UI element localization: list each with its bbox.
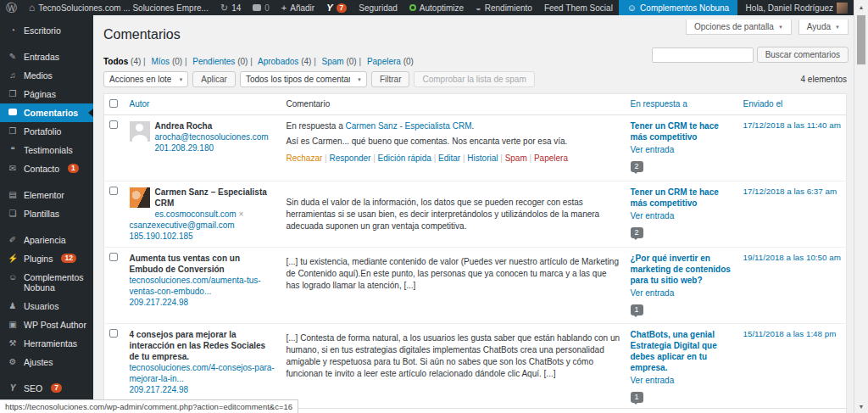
row-checkbox[interactable] xyxy=(109,187,118,195)
yoast-menu[interactable]: Y 7 xyxy=(320,0,353,15)
filter-mios[interactable]: Míos (0) xyxy=(151,57,188,66)
sidebar-item-escritorio[interactable]: ◔ Escritorio xyxy=(0,21,93,40)
post-title-link[interactable]: ¿Por qué invertir en marketing de conten… xyxy=(631,253,733,286)
reply-link[interactable]: Responder xyxy=(329,153,377,163)
scroll-down-button[interactable]: ▼ xyxy=(854,399,868,413)
sidebar-item-plantillas[interactable]: ❏ Plantillas xyxy=(0,204,93,223)
sidebar-item-plugins[interactable]: ⚡ Plugins 12 xyxy=(0,249,93,268)
column-header-en-respuesta-a[interactable]: En respuesta a xyxy=(631,99,687,109)
view-post-link[interactable]: Ver entrada xyxy=(631,376,733,386)
updates-menu[interactable]: ↻ 14 xyxy=(214,0,247,15)
filter-papelera[interactable]: Papelera (0) xyxy=(367,57,414,66)
screen-options-button[interactable]: Opciones de pantalla ▼ xyxy=(686,20,792,35)
author-ip-link[interactable]: 185.190.102.185 xyxy=(130,231,276,242)
sidebar-item-comentarios[interactable]: Comentarios xyxy=(0,103,93,122)
column-header-autor[interactable]: Autor xyxy=(130,99,150,109)
sidebar-item-complementos-nobuna[interactable]: ☺ Complementos Nobuna xyxy=(0,268,93,297)
nobuna-menu[interactable]: ☺ Complementos Nobuna xyxy=(619,0,737,15)
sidebar-item-elementor[interactable]: ▤ Elementor xyxy=(0,186,93,204)
autoptimize-menu[interactable]: Autoptimize xyxy=(403,0,470,15)
site-menu[interactable]: ⌂ TecnoSoluciones.com ... Soluciones Emp… xyxy=(23,0,214,15)
filter-button[interactable]: Filtrar xyxy=(371,71,410,87)
sidebar-item-usuarios[interactable]: ♟ Usuarios xyxy=(0,297,93,315)
trash-link[interactable]: Papelera xyxy=(534,153,568,163)
sidebar-item-contacto[interactable]: ✉ Contacto 1 xyxy=(0,159,93,178)
comment-count-bubble[interactable]: 1 xyxy=(631,304,643,315)
unapprove-link[interactable]: Rechazar xyxy=(287,153,330,163)
submitted-date-link[interactable]: 17/12/2018 a las 6:37 am xyxy=(743,187,837,196)
sidebar-item-medios[interactable]: ♫ Medios xyxy=(0,66,93,85)
autoptimize-icon xyxy=(409,4,416,11)
post-title-link[interactable]: Tener un CRM te hace más competitivo xyxy=(631,187,733,209)
row-checkbox[interactable] xyxy=(109,120,118,129)
user-icon: ♟ xyxy=(8,301,18,311)
filter-pendientes[interactable]: Pendientes (0) xyxy=(192,57,253,66)
comment-count-bubble[interactable]: 2 xyxy=(631,161,643,172)
parent-comment-link[interactable]: Carmen Sanz - Especialista CRM xyxy=(346,121,472,131)
author-site-link[interactable]: es.cosmoconsult.com × xyxy=(130,209,276,220)
check-spam-button[interactable]: Comprobar la lista de spam xyxy=(414,71,534,87)
wordpress-menu[interactable]: Ⓦ xyxy=(0,0,23,15)
comment-type-select[interactable]: Todos los tipos de comentar ▼ xyxy=(240,71,367,87)
help-button[interactable]: Ayuda ▼ xyxy=(798,20,849,35)
row-checkbox[interactable] xyxy=(109,253,118,261)
feed-them-social-menu[interactable]: Feed Them Social xyxy=(538,0,619,15)
column-footer-comentario: Comentario xyxy=(281,409,626,413)
bulk-actions-select[interactable]: Acciones en lote ▼ xyxy=(103,71,188,87)
filter-spam[interactable]: Spam (0) xyxy=(322,57,364,66)
security-menu[interactable]: Seguridad xyxy=(353,0,403,15)
column-header-enviado-el[interactable]: Enviado el xyxy=(743,99,783,109)
vertical-scrollbar[interactable]: ▲ ▼ xyxy=(854,0,868,413)
spam-link[interactable]: Spam xyxy=(505,153,534,163)
author-site-link[interactable]: tecnosoluciones.com/4-consejos-para-mejo… xyxy=(130,362,276,384)
post-title-link[interactable]: Tener un CRM te hace más competitivo xyxy=(631,120,733,142)
author-ip-link[interactable]: 209.217.224.98 xyxy=(130,297,276,308)
author-ip-link[interactable]: 201.208.29.180 xyxy=(130,142,276,153)
sidebar-item-seo[interactable]: Y SEO 7 xyxy=(0,379,93,398)
comments-menu[interactable]: 0 xyxy=(247,0,275,15)
sidebar-item-testimonials[interactable]: ❝ Testimonials xyxy=(0,141,93,159)
sidebar-item-portafolio[interactable]: ❒ Portafolio xyxy=(0,122,93,141)
add-new-menu[interactable]: + Añadir xyxy=(275,0,320,15)
speedometer-icon: ◒ xyxy=(476,3,481,13)
author-email-link[interactable]: csanzexecutive@gmail.com xyxy=(130,220,276,231)
search-comments-button[interactable]: Buscar comentarios xyxy=(757,47,849,63)
comment-count-bubble[interactable]: 1 xyxy=(631,392,643,403)
author-ip-link[interactable]: 209.217.224.98 xyxy=(130,384,276,395)
author-email-link[interactable]: arocha@tecnosoluciones.com xyxy=(130,131,276,142)
avatar xyxy=(130,187,150,208)
sidebar-item-wp-post-author[interactable]: ▣ WP Post Author xyxy=(0,315,93,334)
quick-edit-link[interactable]: Edición rápida xyxy=(378,153,439,163)
filter-todos[interactable]: Todos (4) xyxy=(103,57,147,66)
sidebar-item-label: Ajustes xyxy=(24,357,53,367)
updates-icon: ↻ xyxy=(220,3,228,13)
post-title-link[interactable]: ChatBots, una genial Estrategia Digital … xyxy=(631,329,733,373)
view-post-link[interactable]: Ver entrada xyxy=(631,211,733,221)
scrollbar-thumb[interactable] xyxy=(857,15,865,64)
sidebar-item-paginas[interactable]: ❐ Páginas xyxy=(0,85,93,103)
row-checkbox[interactable] xyxy=(109,329,118,338)
select-all-checkbox[interactable] xyxy=(109,99,118,108)
submitted-date-link[interactable]: 17/12/2018 a las 11:40 am xyxy=(743,120,841,130)
sidebar-item-label: Medios xyxy=(24,70,53,81)
sidebar-item-apariencia[interactable]: ✐ Apariencia xyxy=(0,231,93,249)
performance-menu[interactable]: ◒ Rendimiento xyxy=(470,0,538,15)
history-link[interactable]: Historial xyxy=(467,153,504,163)
unlink-x-icon[interactable]: × xyxy=(238,209,243,219)
comment-count-bubble[interactable]: 2 xyxy=(631,227,643,238)
author-site-link[interactable]: tecnosoluciones.com/aumenta-tus-ventas-c… xyxy=(130,275,276,297)
search-input[interactable] xyxy=(652,47,754,63)
view-post-link[interactable]: Ver entrada xyxy=(631,145,733,155)
submitted-date-link[interactable]: 15/11/2018 a las 1:48 pm xyxy=(743,329,837,338)
apply-button[interactable]: Aplicar xyxy=(192,71,236,87)
account-menu[interactable]: Hola, Daniel Rodríguez xyxy=(740,0,854,15)
sidebar-item-entradas[interactable]: ✎ Entradas xyxy=(0,47,93,66)
submitted-date-link[interactable]: 19/11/2018 a las 10:50 am xyxy=(743,253,841,262)
view-post-link[interactable]: Ver entrada xyxy=(631,288,733,299)
sidebar-item-ajustes[interactable]: ⚙ Ajustes xyxy=(0,353,93,371)
edit-link[interactable]: Editar xyxy=(438,153,467,163)
scroll-up-button[interactable]: ▲ xyxy=(854,0,868,14)
sidebar-item-label: SEO xyxy=(24,383,42,393)
sidebar-item-herramientas[interactable]: ⚒ Herramientas xyxy=(0,334,93,353)
filter-aprobados[interactable]: Aprobados (4) xyxy=(258,57,318,66)
